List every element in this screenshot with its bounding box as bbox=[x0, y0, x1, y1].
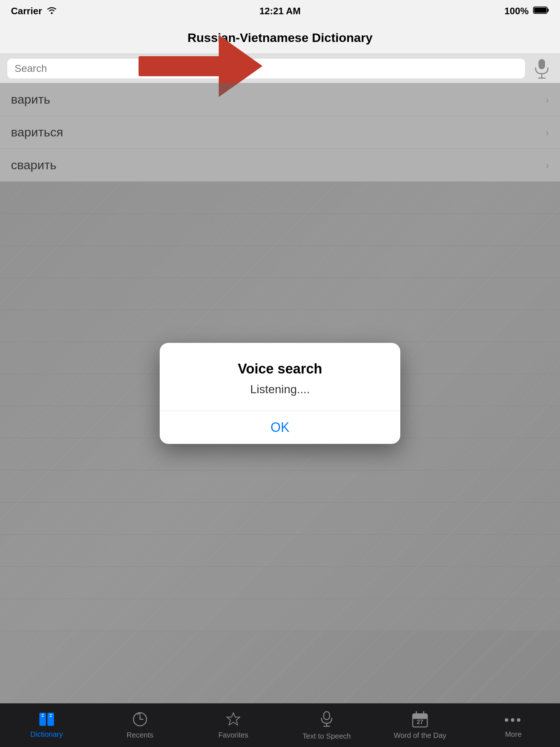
tab-recents[interactable]: Recents bbox=[93, 704, 187, 747]
tts-icon bbox=[319, 710, 334, 730]
tab-favorites-label: Favorites bbox=[218, 731, 248, 739]
svg-point-0 bbox=[51, 12, 53, 14]
more-icon: ••• bbox=[504, 712, 522, 728]
svg-rect-2 bbox=[547, 9, 549, 12]
search-input[interactable] bbox=[7, 59, 525, 78]
dialog-message: Listening.... bbox=[174, 383, 386, 396]
mic-button[interactable] bbox=[531, 58, 553, 80]
dictionary-icon bbox=[39, 712, 55, 728]
status-time: 12:21 AM bbox=[259, 5, 300, 17]
tab-more[interactable]: ••• More bbox=[467, 704, 560, 747]
tab-favorites[interactable]: Favorites bbox=[187, 704, 280, 747]
dialog-ok-button[interactable]: OK bbox=[160, 411, 400, 444]
tab-wotd-label: Word of the Day bbox=[394, 731, 446, 740]
tab-recents-label: Recents bbox=[127, 731, 153, 739]
recents-icon bbox=[132, 711, 148, 729]
nav-bar: Russian-Vietnamese Dictionary bbox=[0, 22, 560, 54]
status-bar: Carrier 12:21 AM 100% bbox=[0, 0, 560, 22]
carrier-label: Carrier bbox=[11, 5, 42, 17]
svg-marker-14 bbox=[227, 713, 240, 725]
search-bar bbox=[0, 54, 560, 83]
status-right: 100% bbox=[505, 5, 549, 17]
battery-label: 100% bbox=[505, 5, 529, 17]
svg-text:27: 27 bbox=[417, 719, 423, 725]
svg-rect-15 bbox=[324, 712, 330, 720]
tab-wotd[interactable]: 27 Word of the Day bbox=[373, 704, 467, 747]
microphone-icon bbox=[533, 58, 551, 80]
dialog-overlay: Voice search Listening.... OK bbox=[0, 83, 560, 703]
main-content: варить › вариться › сварить › Voice bbox=[0, 83, 560, 703]
tab-bar: Dictionary Recents Favorites bbox=[0, 703, 560, 747]
status-left: Carrier bbox=[11, 5, 57, 17]
dialog: Voice search Listening.... OK bbox=[160, 343, 400, 444]
svg-rect-3 bbox=[534, 8, 547, 13]
wifi-icon bbox=[46, 5, 57, 17]
dialog-actions: OK bbox=[160, 411, 400, 444]
tab-tts[interactable]: Text to Speech bbox=[280, 704, 373, 747]
tab-dictionary[interactable]: Dictionary bbox=[0, 704, 93, 747]
svg-rect-12 bbox=[50, 716, 52, 717]
dialog-title: Voice search bbox=[174, 361, 386, 377]
tab-dictionary-label: Dictionary bbox=[31, 730, 63, 739]
wotd-icon: 27 bbox=[412, 711, 428, 729]
tab-more-label: More bbox=[505, 730, 522, 739]
arrow-shaft bbox=[139, 56, 219, 76]
dialog-content: Voice search Listening.... bbox=[160, 343, 400, 411]
svg-rect-4 bbox=[538, 59, 545, 69]
tab-tts-label: Text to Speech bbox=[303, 732, 351, 740]
battery-icon bbox=[533, 5, 549, 17]
svg-rect-19 bbox=[413, 714, 427, 719]
svg-rect-9 bbox=[42, 714, 44, 715]
svg-rect-10 bbox=[42, 716, 44, 717]
favorites-icon bbox=[225, 711, 241, 729]
svg-rect-11 bbox=[50, 714, 52, 715]
